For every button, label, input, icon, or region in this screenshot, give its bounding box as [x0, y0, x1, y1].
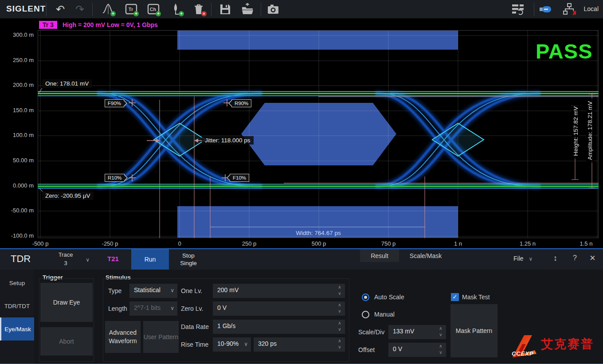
marker-r10: R10% — [105, 174, 125, 182]
tdr-control-panel: TDR Trace 3 ∨ T21 Run Stop Single File ∨… — [0, 248, 603, 364]
close-icon[interactable]: × — [590, 252, 595, 264]
length-value: 2^7-1 bits — [134, 304, 161, 311]
width-annotation: Width: 764.67 ps — [278, 229, 358, 237]
zero-level-field[interactable]: 0 V ∧∨ — [213, 301, 345, 316]
sidebar-item-eye-mask[interactable]: Eye/Mask — [0, 317, 34, 341]
offset-field[interactable]: 0 V ∧∨ — [388, 343, 446, 357]
zero-level-value: 0 V — [217, 304, 227, 311]
accexp-chinese-text: 艾克赛普 — [541, 336, 594, 352]
x-tick: -250 p — [90, 240, 130, 247]
sidebar-item-setup[interactable]: Setup — [0, 271, 34, 294]
manual-label: Manual — [374, 311, 395, 318]
svg-text:✘: ✘ — [572, 9, 576, 16]
tab-result[interactable]: Result — [360, 249, 399, 262]
eye-diagram-plot: Tr 3 High = 200 mV Low = 0V, 1 Gbps — [0, 19, 603, 248]
y-tick: -100.0 m — [0, 232, 34, 239]
trace-settings-text: High = 200 mV Low = 0V, 1 Gbps — [63, 21, 158, 28]
spinner-icons[interactable]: ∧∨ — [438, 343, 444, 356]
lan-disconnected-icon[interactable]: ✘ — [561, 2, 577, 17]
y-tick: -50.00 m — [0, 207, 34, 214]
trace-selector-value: 3 — [48, 259, 83, 267]
trace-badge[interactable]: Tr 3 — [39, 21, 57, 29]
local-remote-status[interactable]: Local — [584, 5, 599, 12]
trace-name[interactable]: T21 — [107, 255, 119, 262]
sidebar-item-tdr-tdt[interactable]: TDR/TDT — [0, 294, 34, 317]
run-button[interactable]: Run — [131, 249, 169, 270]
marker-f90: F90% — [105, 99, 124, 107]
type-value: Statistical — [134, 286, 161, 294]
mask-test-checkbox[interactable]: ✓ — [451, 293, 459, 301]
mask-regions — [177, 30, 458, 238]
accexp-watermark: CCEXP 艾克赛普 — [509, 333, 600, 362]
manual-radio[interactable] — [362, 311, 369, 318]
file-menu[interactable]: File ∨ — [513, 255, 533, 262]
trace-header: Tr 3 High = 200 mV Low = 0V, 1 Gbps — [39, 20, 158, 29]
advanced-waveform-button[interactable]: Advanced Waveform — [105, 321, 141, 353]
rise-time-value: 320 ps — [258, 340, 277, 347]
separator — [211, 3, 211, 16]
separator — [46, 3, 47, 16]
user-pattern-button[interactable]: User Pattern — [143, 321, 179, 353]
chevron-down-icon: ∨ — [244, 341, 248, 347]
layout-sync-icon[interactable] — [510, 2, 526, 17]
one-level-label: One Lv. — [181, 287, 202, 294]
spinner-icons[interactable]: ∧∨ — [337, 284, 343, 297]
delete-icon[interactable]: × — [191, 2, 207, 17]
rise-time-ref-dropdown[interactable]: 10-90% ∨ — [213, 337, 251, 352]
accexp-logo-text: CCEXP — [512, 350, 534, 357]
save-icon[interactable] — [217, 2, 233, 17]
y-tick: 200.0 m — [0, 82, 34, 88]
app-title: TDR — [11, 253, 31, 265]
open-icon[interactable] — [239, 2, 255, 17]
spinner-icons[interactable]: ∧∨ — [337, 302, 343, 315]
trace-selector[interactable]: Trace 3 ∨ — [48, 250, 83, 268]
y-tick: 150.0 m — [0, 107, 34, 114]
draw-eye-button[interactable]: Draw Eye — [40, 283, 93, 322]
x-tick: 1.5 n — [566, 240, 603, 247]
add-math-trace-icon[interactable]: + — [100, 2, 116, 17]
panel-sidebar: Setup TDR/TDT Eye/Mask — [0, 270, 34, 364]
stop-label: Stop — [182, 252, 195, 259]
x-tick: -500 p — [20, 240, 60, 247]
rise-time-field[interactable]: 320 ps ∧∨ — [254, 337, 345, 352]
data-rate-field[interactable]: 1 Gb/s ∧∨ — [213, 320, 345, 334]
screenshot-icon[interactable] — [265, 2, 281, 17]
chevron-down-icon: ∨ — [86, 256, 90, 264]
one-level-field[interactable]: 200 mV ∧∨ — [213, 284, 345, 298]
tab-scale-mask[interactable]: Scale/Mask — [399, 249, 452, 262]
spinner-icons[interactable]: ∧∨ — [337, 338, 343, 351]
file-menu-label: File — [513, 255, 524, 262]
y-tick: 250.0 m — [0, 57, 34, 63]
type-dropdown[interactable]: Statistical ∨ — [129, 284, 177, 298]
data-rate-label: Data Rate — [181, 323, 209, 330]
mask-test-label: Mask Test — [462, 294, 490, 301]
redo-icon: ↷ — [72, 2, 88, 17]
one-level-annotation: One: 178.01 mV — [42, 79, 92, 88]
spinner-icons[interactable]: ∧∨ — [438, 325, 444, 339]
eye-diagram-canvas[interactable] — [38, 30, 599, 238]
y-tick: 50.00 m — [0, 157, 34, 164]
add-trace-icon[interactable]: Tr + — [123, 2, 139, 17]
add-stimulus-icon[interactable]: + — [168, 2, 184, 17]
auto-scale-radio[interactable] — [362, 294, 369, 301]
scale-div-value: 133 mV — [393, 328, 414, 335]
x-tick: 1 n — [438, 240, 478, 247]
scale-div-field[interactable]: 133 mV ∧∨ — [388, 325, 446, 339]
add-channel-icon[interactable]: Ch + — [145, 2, 161, 17]
undo-icon[interactable]: ↶ — [52, 2, 68, 17]
usb-icon[interactable] — [537, 2, 553, 17]
resize-panel-icon[interactable]: ↕ — [553, 254, 557, 263]
trace-selector-label: Trace — [48, 250, 83, 259]
y-tick: 300.0 m — [0, 31, 34, 38]
auto-scale-label: Auto Scale — [374, 294, 404, 301]
siglent-logo: SIGLENT — [6, 4, 46, 14]
abort-button[interactable]: Abort — [40, 327, 93, 356]
mask-pattern-button[interactable]: Mask Pattern — [450, 304, 497, 357]
stop-single-button[interactable]: Stop Single — [174, 249, 203, 270]
panel-header: TDR Trace 3 ∨ T21 Run Stop Single File ∨… — [0, 249, 603, 270]
type-label: Type — [108, 287, 121, 294]
data-rate-value: 1 Gb/s — [217, 322, 235, 329]
help-icon[interactable]: ? — [573, 254, 577, 262]
jitter-annotation: Jitter: 118.000 ps — [202, 136, 254, 145]
spinner-icons[interactable]: ∧∨ — [337, 320, 343, 333]
